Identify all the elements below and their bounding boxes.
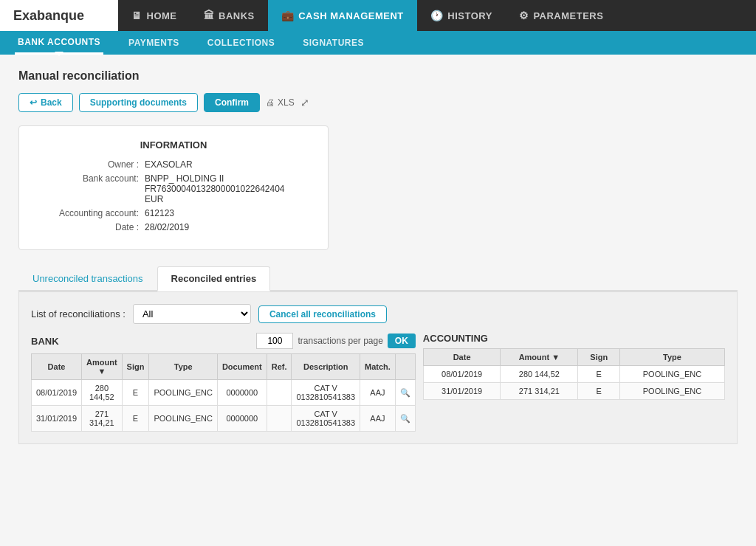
- acc-cell-amount: 280 144,52: [501, 366, 578, 383]
- acc-cell-sign: E: [578, 383, 620, 400]
- info-row-owner: Owner : EXASOLAR: [41, 159, 306, 170]
- subnav-signatures[interactable]: SIGNATURES: [300, 31, 367, 55]
- ok-button[interactable]: OK: [388, 334, 416, 348]
- acc-cell-sign: E: [578, 366, 620, 383]
- bank-col-sign: Sign: [122, 354, 149, 380]
- filter-label: List of reconciliations :: [31, 308, 126, 319]
- bank-cell-ref: [267, 380, 292, 406]
- owner-label: Owner :: [41, 159, 145, 170]
- acc-cell-type: POOLING_ENC: [620, 366, 725, 383]
- bank-section-title: BANK: [31, 336, 59, 347]
- page-title: Manual reconciliation: [18, 69, 738, 83]
- sub-nav: BANK ACCOUNTS PAYMENTS COLLECTIONS SIGNA…: [0, 31, 756, 55]
- info-row-accounting-account: Accounting account: 612123: [41, 208, 306, 218]
- banks-icon: 🏛: [204, 10, 215, 21]
- acc-cell-date: 31/01/2019: [423, 383, 500, 400]
- bank-col-type: Type: [149, 354, 217, 380]
- tab-reconciled[interactable]: Reconciled entries: [157, 266, 271, 291]
- tabs: Unreconciled transactions Reconciled ent…: [18, 266, 738, 291]
- cancel-all-button[interactable]: Cancel all reconciliations: [258, 305, 387, 323]
- info-row-bank-account: Bank account: BNPP_ HOLDING II FR7630004…: [41, 173, 306, 204]
- bank-col-action: [395, 354, 415, 380]
- bank-table: Date Amount ▼ Sign Type Document Ref. De…: [31, 353, 416, 432]
- top-nav-items: 🖥 HOME 🏛 BANKS 💼 CASH MANAGEMENT 🕐 HISTO…: [118, 0, 616, 31]
- bank-cell-match: AAJ: [360, 406, 396, 432]
- bank-section: BANK transactions per page OK Date Amoun…: [31, 333, 416, 432]
- accounting-section: ACCOUNTING Date Amount ▼ Sign Type 08/01…: [423, 333, 725, 432]
- back-button[interactable]: ↩ Back: [18, 93, 73, 112]
- acc-col-sign: Sign: [578, 349, 620, 366]
- owner-value: EXASOLAR: [145, 159, 193, 170]
- tab-unreconciled[interactable]: Unreconciled transactions: [18, 266, 157, 291]
- bank-col-document: Document: [217, 354, 267, 380]
- acc-col-amount: Amount ▼: [501, 349, 578, 366]
- bank-col-date: Date: [32, 354, 82, 380]
- bank-cell-amount: 280 144,52: [82, 380, 123, 406]
- bank-cell-type: POOLING_ENC: [149, 406, 217, 432]
- nav-parameters[interactable]: ⚙ PARAMETERS: [506, 0, 617, 31]
- printer-icon: 🖨: [266, 97, 275, 108]
- supporting-documents-button[interactable]: Supporting documents: [79, 93, 198, 112]
- cash-icon: 💼: [281, 10, 295, 21]
- accounting-table-row: 08/01/2019 280 144,52 E POOLING_ENC: [423, 366, 724, 383]
- nav-cash-management[interactable]: 💼 CASH MANAGEMENT: [268, 0, 417, 31]
- bank-cell-sign: E: [122, 380, 149, 406]
- main-content: Manual reconciliation ↩ Back Supporting …: [0, 55, 756, 546]
- bank-cell-description: CAT V 0132810541383: [292, 380, 360, 406]
- subnav-collections[interactable]: COLLECTIONS: [205, 31, 278, 55]
- filter-row: List of reconciliations : All Cancel all…: [31, 304, 725, 324]
- per-page-input[interactable]: [256, 333, 293, 349]
- bank-cell-date: 08/01/2019: [32, 380, 82, 406]
- xls-button[interactable]: 🖨 XLS: [266, 97, 295, 108]
- subnav-bank-accounts[interactable]: BANK ACCOUNTS: [15, 31, 103, 55]
- bank-cell-type: POOLING_ENC: [149, 380, 217, 406]
- info-row-date: Date : 28/02/2019: [41, 222, 306, 232]
- accounting-table-row: 31/01/2019 271 314,21 E POOLING_ENC: [423, 383, 724, 400]
- bank-cell-sign: E: [122, 406, 149, 432]
- acc-col-date: Date: [423, 349, 500, 366]
- bank-col-amount: Amount ▼: [82, 354, 123, 380]
- reconcile-area: List of reconciliations : All Cancel all…: [18, 291, 738, 444]
- accounting-table: Date Amount ▼ Sign Type 08/01/2019 280 1…: [423, 348, 725, 400]
- accounting-section-title: ACCOUNTING: [423, 333, 488, 344]
- bank-cell-document: 0000000: [217, 406, 267, 432]
- nav-banks[interactable]: 🏛 BANKS: [190, 0, 268, 31]
- subnav-payments[interactable]: PAYMENTS: [126, 31, 182, 55]
- top-nav: Exabanque 🖥 HOME 🏛 BANKS 💼 CASH MANAGEME…: [0, 0, 756, 31]
- bank-cell-ref: [267, 406, 292, 432]
- confirm-button[interactable]: Confirm: [204, 93, 260, 112]
- search-icon[interactable]: 🔍: [395, 406, 415, 432]
- reconciliation-filter-select[interactable]: All: [133, 304, 251, 324]
- acc-col-type: Type: [620, 349, 725, 366]
- date-value: 28/02/2019: [145, 222, 189, 232]
- accounting-account-label: Accounting account:: [41, 208, 145, 218]
- info-box-title: INFORMATION: [41, 139, 306, 151]
- expand-icon[interactable]: ⤢: [300, 97, 309, 108]
- search-icon[interactable]: 🔍: [395, 380, 415, 406]
- app-logo: Exabanque: [0, 0, 118, 31]
- parameters-icon: ⚙: [519, 10, 529, 21]
- info-box: INFORMATION Owner : EXASOLAR Bank accoun…: [18, 125, 329, 250]
- per-page-label: transactions per page: [298, 336, 382, 346]
- bank-cell-document: 0000000: [217, 380, 267, 406]
- acc-cell-amount: 271 314,21: [501, 383, 578, 400]
- bank-table-row: 08/01/2019 280 144,52 E POOLING_ENC 0000…: [32, 380, 416, 406]
- bank-col-match: Match.: [360, 354, 396, 380]
- date-label: Date :: [41, 222, 145, 232]
- nav-history[interactable]: 🕐 HISTORY: [417, 0, 506, 31]
- data-sections: BANK transactions per page OK Date Amoun…: [31, 333, 725, 432]
- bank-table-row: 31/01/2019 271 314,21 E POOLING_ENC 0000…: [32, 406, 416, 432]
- bank-header-row: BANK transactions per page OK: [31, 333, 416, 349]
- bank-account-label: Bank account:: [41, 173, 145, 204]
- history-icon: 🕐: [430, 10, 444, 21]
- per-page-row: transactions per page OK: [256, 333, 415, 349]
- accounting-header-row: ACCOUNTING: [423, 333, 725, 344]
- acc-cell-date: 08/01/2019: [423, 366, 500, 383]
- bank-cell-match: AAJ: [360, 380, 396, 406]
- home-icon: 🖥: [131, 10, 142, 21]
- bank-col-description: Description: [292, 354, 360, 380]
- nav-home[interactable]: 🖥 HOME: [118, 0, 190, 31]
- toolbar: ↩ Back Supporting documents Confirm 🖨 XL…: [18, 93, 738, 112]
- back-arrow-icon: ↩: [30, 97, 37, 108]
- acc-cell-type: POOLING_ENC: [620, 383, 725, 400]
